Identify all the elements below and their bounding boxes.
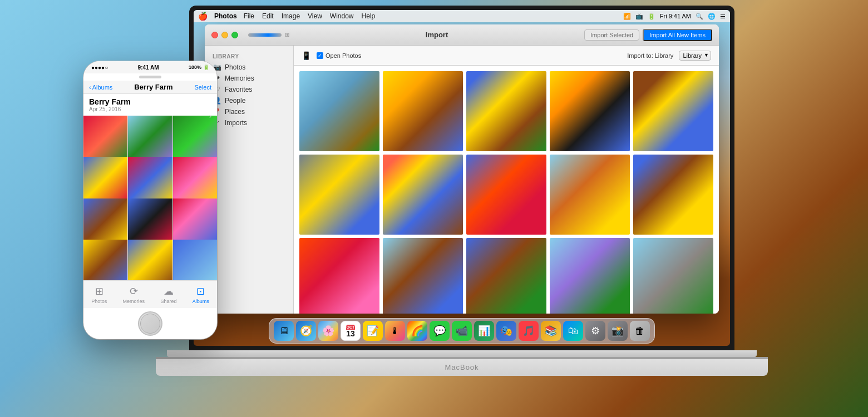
- sidebar-item-places[interactable]: 📍 Places: [205, 106, 293, 117]
- iphone-photo[interactable]: [173, 240, 217, 280]
- dock-music[interactable]: 🎵: [519, 321, 539, 341]
- iphone-photo[interactable]: [173, 116, 217, 160]
- album-nav-title: Berry Farm: [134, 83, 172, 91]
- photo-cell[interactable]: [466, 71, 546, 151]
- dock-camera[interactable]: 📸: [608, 321, 628, 341]
- menubar-time: Fri 9:41 AM: [660, 13, 691, 19]
- iphone-photo[interactable]: [83, 157, 127, 201]
- menu-image[interactable]: Image: [282, 12, 300, 20]
- memories-tab-label: Memories: [123, 299, 145, 304]
- import-toolbar: 📱 ✓ Open Photos Import to: Library Libra…: [294, 46, 719, 66]
- photo-cell[interactable]: [633, 71, 713, 151]
- photo-cell[interactable]: [550, 71, 630, 151]
- menu-view[interactable]: View: [308, 12, 322, 20]
- dock-messages[interactable]: 💬: [430, 321, 450, 341]
- sidebar-item-memories[interactable]: ❤ Memories: [205, 73, 293, 84]
- airplay-icon: 📺: [635, 13, 643, 20]
- dock-trash[interactable]: 🗑: [630, 321, 650, 341]
- sidebar-imports-label: Imports: [225, 119, 247, 127]
- photo-cell[interactable]: [550, 238, 630, 314]
- dock-numbers[interactable]: 📊: [474, 321, 494, 341]
- dock-temperature[interactable]: 🌡: [385, 321, 405, 341]
- import-all-button[interactable]: Import All New Items: [643, 29, 712, 41]
- sidebar-item-photos[interactable]: 📷 Photos: [205, 62, 293, 73]
- close-button[interactable]: [211, 32, 218, 38]
- photo-cell[interactable]: [383, 71, 463, 151]
- menu-help[interactable]: Help: [362, 12, 376, 20]
- photo-cell[interactable]: [466, 238, 546, 314]
- photos-tab-icon: ⊞: [95, 285, 103, 297]
- iphone-tab-memories[interactable]: ⟳ Memories: [123, 285, 145, 304]
- home-button-inner: [140, 314, 160, 334]
- dock-notes[interactable]: 📝: [363, 321, 383, 341]
- iphone-photo[interactable]: [83, 116, 127, 160]
- list-icon[interactable]: ☰: [720, 13, 726, 20]
- iphone-speaker: [139, 76, 161, 78]
- dock-finder[interactable]: 🖥: [274, 321, 294, 341]
- iphone-tab-photos[interactable]: ⊞ Photos: [91, 285, 107, 304]
- import-to-dropdown[interactable]: Library ▼: [679, 51, 711, 61]
- numbers-icon: 📊: [478, 325, 490, 337]
- sidebar-item-imports[interactable]: ↙ Imports: [205, 117, 293, 128]
- photo-cell[interactable]: [633, 238, 713, 314]
- back-chevron-icon: ‹: [89, 84, 91, 91]
- sidebar-item-favorites[interactable]: ♡ Favorites: [205, 84, 293, 95]
- dock-facetime[interactable]: 📹: [452, 321, 472, 341]
- import-selected-button[interactable]: Import Selected: [584, 29, 639, 41]
- minimize-button[interactable]: [221, 32, 228, 38]
- sidebar-item-people[interactable]: 👤 People: [205, 95, 293, 106]
- iphone-photo[interactable]: [173, 157, 217, 201]
- fullscreen-button[interactable]: [231, 32, 238, 38]
- battery-status: 100% 🔋: [189, 64, 209, 70]
- sidebar-photos-label: Photos: [225, 63, 245, 71]
- menubar: 🍎 Photos File Edit Image View Window Hel…: [194, 10, 730, 22]
- iphone-photo[interactable]: [83, 198, 127, 242]
- photo-cell[interactable]: [383, 155, 463, 235]
- albums-tab-label: Albums: [193, 299, 209, 304]
- apple-menu-icon[interactable]: 🍎: [198, 12, 208, 21]
- photo-cell[interactable]: [550, 155, 630, 235]
- home-button[interactable]: [138, 311, 162, 336]
- import-to-label: Import to: Library: [627, 52, 673, 59]
- menu-edit[interactable]: Edit: [262, 12, 274, 20]
- photo-cell[interactable]: [299, 155, 379, 235]
- window-titlebar: ⊞ Import Import Selected Import All New …: [205, 24, 719, 46]
- dock-photos[interactable]: 🌸: [318, 321, 338, 341]
- dock-calendar[interactable]: OCT 13: [341, 321, 361, 341]
- chevron-right-icon: ›: [209, 112, 211, 120]
- appstore-icon: 🛍: [568, 325, 578, 337]
- macos-desktop: 🍎 Photos File Edit Image View Window Hel…: [194, 10, 730, 346]
- back-button[interactable]: ‹ Albums: [89, 84, 112, 91]
- iphone-photo[interactable]: [128, 198, 172, 242]
- zoom-slider[interactable]: [248, 33, 282, 37]
- iphone-tab-albums[interactable]: ⊡ Albums: [193, 285, 209, 304]
- search-icon[interactable]: 🔍: [696, 13, 703, 20]
- siri-icon[interactable]: 🌐: [708, 13, 716, 20]
- shared-tab-label: Shared: [160, 299, 176, 304]
- dock-books[interactable]: 📚: [541, 321, 561, 341]
- iphone-photo[interactable]: [83, 240, 127, 280]
- iphone-photo[interactable]: [128, 116, 172, 160]
- dock-safari[interactable]: 🧭: [296, 321, 316, 341]
- iphone-photo[interactable]: [128, 240, 172, 280]
- photo-cell[interactable]: [299, 238, 379, 314]
- dock-settings[interactable]: ⚙: [585, 321, 605, 341]
- photo-cell[interactable]: [466, 155, 546, 235]
- photo-cell[interactable]: [299, 71, 379, 151]
- open-photos-label: Open Photos: [326, 52, 361, 59]
- select-button[interactable]: Select: [194, 84, 211, 91]
- photo-cell[interactable]: [383, 238, 463, 314]
- dock-pinwheel[interactable]: 🌈: [407, 321, 427, 341]
- iphone-photo[interactable]: [128, 157, 172, 201]
- dock-appstore[interactable]: 🛍: [563, 321, 583, 341]
- grid-icon: ⊞: [285, 32, 289, 38]
- iphone-photo[interactable]: [173, 198, 217, 242]
- menu-window[interactable]: Window: [330, 12, 354, 20]
- battery-icon: 🔋: [203, 64, 209, 70]
- photo-cell[interactable]: [633, 155, 713, 235]
- open-photos-checkbox[interactable]: ✓ Open Photos: [317, 52, 361, 59]
- iphone-tab-shared[interactable]: ☁ Shared: [160, 285, 176, 304]
- window-body: Library 📷 Photos ❤ Memories ♡: [205, 46, 719, 314]
- menu-file[interactable]: File: [244, 12, 254, 20]
- dock-keynote[interactable]: 🎭: [496, 321, 516, 341]
